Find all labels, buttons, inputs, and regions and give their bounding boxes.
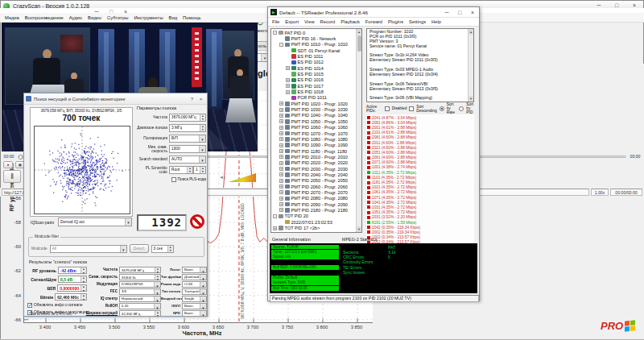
param-5-field[interactable]: Root▴▾ bbox=[169, 166, 193, 174]
tree-node[interactable]: +PMT PID 2180 - Progr. 2180 bbox=[272, 207, 361, 213]
formB-2-select[interactable]: DVBS2/8PSK▾ bbox=[119, 281, 161, 288]
expand-icon[interactable]: + bbox=[279, 172, 283, 176]
checkbox-disabled[interactable] bbox=[385, 106, 390, 111]
expand-icon[interactable]: + bbox=[286, 84, 290, 88]
checkbox-sort-descending[interactable] bbox=[409, 106, 414, 111]
param-0-field[interactable]: 3679,000 МГц▴▾ bbox=[169, 114, 206, 122]
tree-node[interactable]: +PMT PID 2010 - Progr. 2010 bbox=[272, 154, 361, 160]
expand-icon[interactable]: + bbox=[279, 190, 283, 194]
tree-node[interactable]: +PMT PID 1180 - Progr. 1180 bbox=[272, 148, 361, 154]
tree-scrollbar[interactable]: ▲ ▼ bbox=[356, 29, 361, 232]
iqscan-paint-select[interactable]: Demod IQ out ▾ bbox=[58, 218, 132, 226]
expand-icon[interactable]: - bbox=[273, 214, 277, 218]
result-1-value[interactable]: 8,5 dB▴▾ bbox=[58, 276, 87, 283]
expand-icon[interactable]: + bbox=[279, 185, 283, 189]
formC-2-select[interactable]: CCM▾ bbox=[182, 281, 207, 288]
expand-icon[interactable]: - bbox=[279, 43, 283, 47]
tree-node[interactable]: +PMT PID 2090 - Progr. 2090 bbox=[272, 201, 361, 207]
tree-node[interactable]: +PMT PID 1070 - Progr. 1070 bbox=[272, 131, 361, 136]
expand-icon[interactable]: + bbox=[279, 179, 283, 183]
radio-sort-by-pid[interactable] bbox=[459, 106, 464, 111]
checkbox-icon[interactable] bbox=[27, 303, 32, 308]
formC-0-select[interactable]: Выкл.▾ bbox=[182, 267, 207, 273]
tree-node[interactable]: ES PID 1011 bbox=[272, 53, 361, 59]
tree-node[interactable]: SDT: 01 Pervyi Kanal bbox=[272, 48, 361, 53]
seek-thumb[interactable] bbox=[19, 155, 23, 160]
tree-node[interactable]: +PMT PID 2040 - Progr. 2040 bbox=[272, 172, 361, 177]
param-1-field[interactable]: 3 МГц▴▾ bbox=[169, 124, 206, 132]
close-icon[interactable]: × bbox=[196, 95, 205, 103]
result-0-value[interactable]: -42 dBm▴▾ bbox=[58, 267, 87, 274]
time-display[interactable]: 00:00/00:00 bbox=[610, 189, 642, 196]
pls-search-checkbox[interactable] bbox=[171, 177, 176, 182]
tree-node[interactable]: +PMT PID 2030 - Progr. 2030 bbox=[272, 166, 361, 172]
menu-видео[interactable]: Видео bbox=[88, 15, 101, 20]
record-button[interactable]: ● bbox=[3, 161, 13, 168]
tree-node[interactable]: PMT PID 16 - Network bbox=[272, 35, 361, 41]
tree-node[interactable]: +PMT PID 1080 - Progr. 1080 bbox=[272, 136, 361, 142]
expand-icon[interactable]: + bbox=[279, 167, 283, 171]
detect-button[interactable]: Detect bbox=[130, 244, 149, 253]
tree-node[interactable]: +PMT PID 2070 - Progr. 2070 bbox=[272, 189, 361, 195]
expand-icon[interactable]: + bbox=[279, 108, 283, 112]
maximize-icon[interactable]: □ bbox=[453, 8, 466, 17]
expand-icon[interactable]: + bbox=[286, 66, 290, 70]
close-icon[interactable]: × bbox=[466, 8, 479, 17]
scroll-up-icon[interactable]: ▲ bbox=[357, 29, 361, 35]
tree-node[interactable]: -TDT PID 20 bbox=[272, 214, 361, 219]
tree-node[interactable]: +PMT PID 2020 - Progr. 2020 bbox=[272, 160, 361, 166]
tree-node[interactable]: +PMT PID 1060 - Progr. 1060 bbox=[272, 125, 361, 131]
scroll-down-icon[interactable]: ▼ bbox=[357, 226, 361, 232]
menu-субтитры[interactable]: Субтитры bbox=[107, 15, 128, 20]
tree-node[interactable]: -PAT PID 0 bbox=[272, 30, 361, 35]
formB-1-value[interactable]: 35300 Кс▴▾ bbox=[119, 274, 161, 280]
tree-node[interactable]: +PMT PID 1040 - Progr. 1040 bbox=[272, 113, 361, 118]
pause-button[interactable]: ‖ bbox=[3, 170, 21, 183]
menu-view[interactable]: View bbox=[304, 19, 314, 24]
tree-node[interactable]: 2022/07/01 23:02:53 bbox=[272, 219, 361, 225]
param-5-field2[interactable]: 1▴▾ bbox=[193, 166, 206, 174]
modcode-select[interactable]: All ▾ bbox=[50, 245, 127, 253]
tree-node[interactable]: +PMT PID 2060 - Progr. 2060 bbox=[272, 184, 361, 189]
tree-node[interactable]: +ES PID 1017 bbox=[272, 83, 361, 89]
formB-0-value[interactable]: 3679,058 МГц▴▾ bbox=[119, 267, 161, 273]
expand-icon[interactable]: + bbox=[279, 119, 283, 123]
menu-forward[interactable]: Forward bbox=[365, 19, 382, 24]
menu-вид[interactable]: Вид bbox=[169, 15, 178, 20]
menu-инструменты[interactable]: Инструменты bbox=[134, 15, 163, 20]
tree-node[interactable]: +PMT PID 1050 - Progr. 1050 bbox=[272, 118, 361, 124]
expand-icon[interactable]: + bbox=[279, 143, 283, 147]
tree-node[interactable]: +TOT PID 17 <2b> bbox=[272, 225, 361, 230]
formC-3-select[interactable]: Transport▾ bbox=[182, 288, 207, 295]
tree-node[interactable]: +PMT PID 1020 - Progr. 1020 bbox=[272, 101, 361, 106]
tree-node[interactable]: +ES PID 1018 bbox=[272, 89, 361, 94]
expand-icon[interactable]: + bbox=[279, 149, 283, 153]
menu-file[interactable]: File bbox=[272, 19, 279, 24]
tree-node[interactable]: +ES PID 1014 bbox=[272, 65, 361, 71]
menu-help[interactable]: Help bbox=[431, 19, 441, 24]
menu-settings[interactable]: Settings bbox=[409, 19, 426, 24]
expand-icon[interactable]: + bbox=[279, 155, 283, 159]
menu-plugins[interactable]: Plugins bbox=[388, 19, 403, 24]
expand-icon[interactable]: + bbox=[286, 90, 290, 94]
tree-node[interactable]: -PMT PID 1010 - Progr. 1010 bbox=[272, 42, 361, 48]
menu-export[interactable]: Export bbox=[285, 19, 299, 24]
formB-6-value[interactable]: 42,360 МГц▴▾ bbox=[119, 310, 161, 317]
minimize-icon[interactable]: ─ bbox=[440, 8, 453, 17]
menu-аудио[interactable]: Аудио bbox=[69, 15, 82, 20]
tree-node[interactable]: +PMT PID 2080 - Progr. 2080 bbox=[272, 196, 361, 201]
tree-node[interactable]: +PMT PID 1030 - Progr. 1030 bbox=[272, 106, 361, 112]
menu-воспроизведение[interactable]: Воспроизведение bbox=[25, 15, 64, 20]
expand-icon[interactable]: + bbox=[279, 126, 283, 130]
expand-icon[interactable]: + bbox=[279, 102, 283, 106]
expand-icon[interactable]: + bbox=[279, 208, 283, 212]
expand-icon[interactable]: - bbox=[273, 31, 277, 35]
result-2-value[interactable]: 0,0000000▴▾ bbox=[57, 284, 87, 292]
expand-icon[interactable]: + bbox=[286, 78, 290, 82]
param-3-select[interactable]: 1000▾ bbox=[169, 145, 206, 153]
expand-icon[interactable]: + bbox=[279, 137, 283, 141]
stop-icon[interactable] bbox=[190, 214, 204, 229]
scroll-up-icon[interactable]: ▲ bbox=[469, 29, 473, 35]
detect-interval-stepper[interactable]: 3 сек ▴▾ bbox=[151, 245, 174, 253]
expand-icon[interactable]: + bbox=[279, 114, 283, 118]
